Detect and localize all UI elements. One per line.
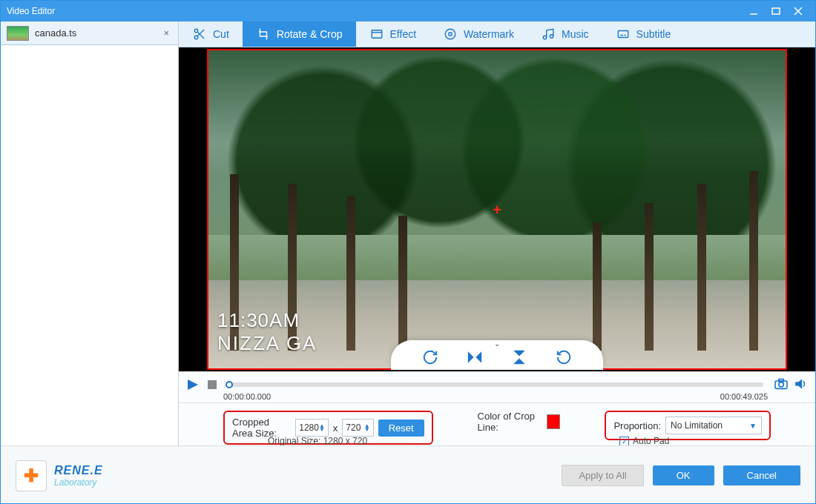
- volume-button[interactable]: [794, 378, 808, 391]
- svg-point-12: [543, 36, 547, 39]
- subtitle-icon: [616, 27, 631, 42]
- tab-effect-label: Effect: [390, 28, 417, 40]
- time-current: 00:00:00.000: [220, 392, 274, 402]
- brand-name: RENE.E: [54, 464, 103, 477]
- svg-point-5: [194, 36, 198, 39]
- crop-height-input[interactable]: 720 ▲▼: [342, 419, 373, 437]
- effect-icon: [369, 27, 384, 42]
- tab-cut-label: Cut: [213, 28, 229, 40]
- svg-point-13: [550, 35, 553, 39]
- crop-settings: Cropped Area Size: 1280 ▲▼ x 720 ▲▼ Rese…: [179, 402, 815, 445]
- video-overlay-text: 11:30AM NIZZA GA: [217, 309, 317, 355]
- collapse-handle-icon[interactable]: ⌄: [494, 339, 500, 348]
- footer: ✚ RENE.E Laboratory Apply to All OK Canc…: [1, 445, 815, 504]
- player-area: + 11:30AM NIZZA GA ⌄: [179, 47, 815, 402]
- tab-subtitle-label: Subtitle: [636, 28, 671, 40]
- cancel-button[interactable]: Cancel: [723, 465, 800, 485]
- svg-point-10: [445, 29, 455, 39]
- apply-to-all-button[interactable]: Apply to All: [562, 465, 643, 486]
- snapshot-button[interactable]: [774, 378, 789, 391]
- spinner-icon[interactable]: ▲▼: [364, 424, 370, 431]
- crop-width-input[interactable]: 1280 ▲▼: [295, 419, 329, 437]
- checkbox-icon: ✓: [619, 437, 629, 446]
- flip-horizontal-button[interactable]: [465, 348, 484, 367]
- file-thumbnail: [7, 26, 29, 41]
- main-pane: Cut Rotate & Crop Effect Watermark Music…: [179, 21, 815, 445]
- crop-center-icon: +: [493, 201, 501, 218]
- original-size-label: Original Size: 1280 x 720: [268, 436, 367, 446]
- maximize-button[interactable]: [765, 1, 787, 21]
- watermark-icon: [443, 27, 458, 42]
- svg-marker-18: [477, 354, 481, 362]
- flip-vertical-button[interactable]: [510, 348, 529, 367]
- tool-tabs: Cut Rotate & Crop Effect Watermark Music…: [179, 21, 815, 47]
- overlay-place: NIZZA GA: [217, 332, 317, 355]
- time-total: 00:00:49.025: [717, 392, 771, 402]
- crop-color-label: Color of Crop Line:: [478, 411, 543, 433]
- file-tab[interactable]: canada.ts ×: [1, 21, 178, 45]
- crop-color-swatch[interactable]: [547, 414, 560, 429]
- chevron-down-icon: ▼: [749, 422, 757, 430]
- tab-rotate-crop[interactable]: Rotate & Crop: [243, 21, 356, 47]
- svg-marker-21: [188, 379, 198, 390]
- brand-logo: ✚ RENE.E Laboratory: [16, 460, 103, 491]
- reset-rotation-button[interactable]: [554, 348, 573, 367]
- scissors-icon: [192, 27, 207, 42]
- window-title: Video Editor: [7, 6, 55, 16]
- auto-pad-label: Auto Pad: [633, 436, 669, 446]
- svg-marker-26: [796, 379, 802, 388]
- crop-line-color-group: Color of Crop Line:: [478, 411, 561, 433]
- tab-music[interactable]: Music: [527, 21, 602, 47]
- stop-button[interactable]: [205, 378, 219, 391]
- tab-watermark[interactable]: Watermark: [430, 21, 527, 47]
- crop-icon: [256, 27, 271, 42]
- svg-point-24: [779, 382, 783, 386]
- close-button[interactable]: [787, 1, 809, 21]
- tab-rotate-crop-label: Rotate & Crop: [277, 28, 343, 40]
- proportion-label: Proportion:: [613, 420, 661, 431]
- overlay-time: 11:30AM: [217, 309, 317, 332]
- tab-subtitle[interactable]: Subtitle: [602, 21, 685, 47]
- svg-point-11: [449, 33, 453, 36]
- svg-rect-8: [372, 30, 382, 39]
- close-file-icon[interactable]: ×: [160, 27, 172, 39]
- spinner-icon[interactable]: ▲▼: [319, 424, 325, 431]
- rotate-cw-button[interactable]: [421, 348, 440, 367]
- reset-crop-button[interactable]: Reset: [378, 420, 424, 437]
- rotate-controls: ⌄: [391, 340, 603, 370]
- video-frame: + 11:30AM NIZZA GA ⌄: [207, 49, 787, 370]
- ok-button[interactable]: OK: [653, 465, 714, 485]
- file-sidebar: canada.ts ×: [1, 21, 179, 445]
- auto-pad-checkbox[interactable]: ✓ Auto Pad: [619, 436, 669, 446]
- svg-rect-22: [208, 380, 217, 389]
- tab-effect[interactable]: Effect: [356, 21, 430, 47]
- svg-point-4: [194, 29, 198, 33]
- svg-marker-19: [516, 351, 524, 356]
- video-stage[interactable]: + 11:30AM NIZZA GA ⌄: [179, 47, 815, 371]
- music-icon: [541, 27, 556, 42]
- tab-cut[interactable]: Cut: [179, 21, 243, 47]
- brand-subtitle: Laboratory: [54, 477, 103, 488]
- proportion-dropdown[interactable]: No Limitation ▼: [665, 417, 762, 434]
- seek-slider[interactable]: [229, 382, 763, 387]
- title-bar: Video Editor: [1, 1, 815, 21]
- file-name: canada.ts: [35, 27, 76, 39]
- logo-badge-icon: ✚: [16, 460, 47, 491]
- svg-marker-17: [469, 354, 473, 362]
- svg-rect-14: [618, 31, 628, 38]
- tab-music-label: Music: [562, 28, 589, 40]
- minimize-button[interactable]: [743, 1, 765, 21]
- svg-rect-1: [772, 8, 780, 14]
- tab-watermark-label: Watermark: [464, 28, 514, 40]
- play-button[interactable]: [186, 378, 200, 391]
- svg-marker-20: [516, 359, 524, 364]
- size-separator: x: [333, 422, 338, 434]
